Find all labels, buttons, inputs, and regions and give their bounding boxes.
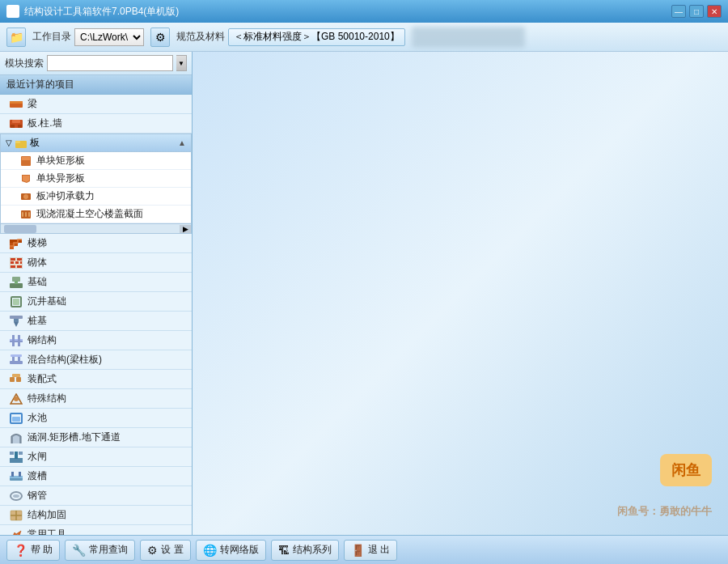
sidebar-item-masonry[interactable]: 砌体 bbox=[0, 253, 192, 273]
svg-rect-45 bbox=[10, 377, 15, 382]
slab-punch-icon bbox=[20, 191, 32, 202]
search-dropdown-arrow[interactable]: ▼ bbox=[176, 55, 187, 71]
common-tools-icon bbox=[10, 529, 23, 536]
svg-rect-15 bbox=[22, 212, 23, 217]
window-controls: — □ ✕ bbox=[671, 5, 722, 18]
svg-rect-28 bbox=[17, 265, 22, 268]
search-label: 模块搜索 bbox=[5, 57, 44, 70]
svg-point-49 bbox=[14, 396, 19, 401]
sidebar-item-pool[interactable]: 水池 bbox=[0, 409, 192, 428]
folder-icon[interactable]: 📁 bbox=[6, 28, 26, 47]
svg-rect-39 bbox=[12, 335, 15, 346]
sidebar-item-common-tools[interactable]: 常用工具 bbox=[0, 525, 192, 535]
watermark-text: 闲鱼号：勇敢的牛牛 bbox=[617, 504, 712, 519]
sidebar-item-composite[interactable]: 混合结构(梁柱板) bbox=[0, 350, 192, 370]
masonry-label: 砌体 bbox=[28, 256, 47, 269]
tree-expand-icon: ▽ bbox=[6, 138, 12, 147]
svg-rect-38 bbox=[10, 339, 23, 341]
tree-hscroll[interactable]: ▶ bbox=[1, 223, 191, 233]
sidebar-item-stair[interactable]: 楼梯 bbox=[0, 234, 192, 253]
svg-rect-22 bbox=[11, 258, 15, 261]
close-button[interactable]: ✕ bbox=[707, 5, 722, 18]
exit-button[interactable]: 🚪 退 出 bbox=[344, 540, 397, 561]
stair-icon bbox=[10, 238, 23, 249]
help-button[interactable]: ❓ 帮 助 bbox=[6, 540, 60, 561]
tree-scroll-right[interactable]: ▶ bbox=[180, 225, 191, 233]
sluice-icon bbox=[10, 452, 23, 463]
help-icon: ❓ bbox=[14, 544, 28, 557]
tree-node-irreg-slab[interactable]: 单块异形板 bbox=[1, 170, 191, 188]
work-dir-item: 工作目录 C:\LzWork\ bbox=[32, 28, 144, 46]
svg-rect-46 bbox=[16, 377, 21, 382]
svg-rect-27 bbox=[11, 265, 15, 268]
slab-icon bbox=[10, 118, 23, 129]
masonry-icon bbox=[10, 257, 23, 269]
svg-rect-58 bbox=[11, 472, 14, 477]
hollow-slab-label: 现浇混凝土空心楼盖截面 bbox=[36, 207, 143, 221]
sidebar-item-flume[interactable]: 渡槽 bbox=[0, 467, 192, 486]
svg-rect-55 bbox=[19, 452, 23, 455]
pile-label: 桩基 bbox=[28, 314, 47, 328]
svg-rect-41 bbox=[10, 361, 23, 364]
tree-node-hollow-slab[interactable]: 现浇混凝土空心楼盖截面 bbox=[1, 206, 191, 223]
recent-label: 最近计算的项目 bbox=[6, 78, 74, 91]
sidebar-item-prefab[interactable]: 装配式 bbox=[0, 370, 192, 389]
svg-marker-36 bbox=[14, 322, 19, 327]
minimize-button[interactable]: — bbox=[671, 5, 686, 18]
slab-col-wall-label: 板.柱.墙 bbox=[28, 117, 62, 130]
settings-icon: ⚙ bbox=[147, 544, 158, 557]
app-icon bbox=[6, 5, 19, 18]
tree-hscroll-thumb[interactable] bbox=[4, 225, 36, 233]
sidebar-item-beam[interactable]: 梁 bbox=[0, 95, 192, 114]
pool-label: 水池 bbox=[28, 411, 47, 425]
slab-punch-label: 板冲切承载力 bbox=[36, 189, 95, 203]
sidebar-item-slab-col-wall[interactable]: 板.柱.墙 bbox=[0, 114, 192, 134]
materials-value-btn[interactable]: ＜标准材料强度＞【GB 50010-2010】 bbox=[228, 28, 405, 46]
blurred-region bbox=[412, 27, 525, 48]
tree-node-rect-slab[interactable]: 单块矩形板 bbox=[1, 152, 191, 170]
structure-icon: 🏗 bbox=[278, 544, 290, 557]
reinforce-label: 结构加固 bbox=[28, 508, 66, 522]
common-tools-label: 常用工具 bbox=[28, 528, 66, 535]
caisson-icon bbox=[10, 296, 23, 307]
titlebar-title: 结构设计工具箱软件7.0PB4(单机版) bbox=[24, 5, 671, 19]
sidebar-recent-header[interactable]: 最近计算的项目 bbox=[0, 75, 192, 95]
sidebar-item-pile[interactable]: 桩基 bbox=[0, 312, 192, 331]
network-icon: 🌐 bbox=[203, 544, 217, 557]
sidebar-item-pipe[interactable]: 钢管 bbox=[0, 486, 192, 506]
maximize-button[interactable]: □ bbox=[689, 5, 704, 18]
irreg-slab-icon bbox=[20, 173, 32, 184]
tree-header-slab[interactable]: ▽ 板 ▲ bbox=[1, 134, 191, 152]
folder-open-icon bbox=[15, 138, 27, 148]
sidebar-item-steel[interactable]: 钢结构 bbox=[0, 331, 192, 350]
settings-button[interactable]: ⚙ 设 置 bbox=[140, 540, 190, 561]
materials-icon[interactable]: ⚙ bbox=[150, 28, 170, 47]
common-query-button[interactable]: 🔧 常用查询 bbox=[65, 540, 135, 561]
hollow-slab-icon bbox=[20, 209, 32, 220]
svg-rect-25 bbox=[15, 261, 19, 264]
tree-scroll-up[interactable]: ▲ bbox=[178, 138, 186, 147]
pipe-label: 钢管 bbox=[28, 489, 47, 503]
sidebar-item-tunnel[interactable]: 涵洞.矩形槽.地下通道 bbox=[0, 428, 192, 447]
search-input[interactable] bbox=[47, 55, 173, 71]
foundation-icon bbox=[10, 277, 23, 288]
network-button[interactable]: 🌐 转网络版 bbox=[196, 540, 266, 561]
tree-node-slab-punch[interactable]: 板冲切承载力 bbox=[1, 188, 191, 206]
sidebar-item-reinforce[interactable]: 结构加固 bbox=[0, 506, 192, 525]
svg-rect-5 bbox=[18, 125, 22, 128]
toolbar: 📁 工作目录 C:\LzWork\ ⚙ 规范及材料 ＜标准材料强度＞【GB 50… bbox=[0, 23, 728, 52]
structure-button[interactable]: 🏗 结构系列 bbox=[271, 540, 339, 561]
svg-rect-4 bbox=[11, 125, 15, 128]
flume-label: 渡槽 bbox=[28, 469, 47, 483]
work-dir-select[interactable]: C:\LzWork\ bbox=[74, 28, 144, 46]
sidebar-item-sluice[interactable]: 水闸 bbox=[0, 447, 192, 467]
stair-label: 楼梯 bbox=[28, 236, 47, 250]
query-icon: 🔧 bbox=[72, 544, 86, 557]
sidebar-item-caisson[interactable]: 沉井基础 bbox=[0, 292, 192, 312]
sidebar-item-special[interactable]: 特殊结构 bbox=[0, 389, 192, 409]
steel-icon bbox=[10, 335, 23, 346]
tree-scroll-area[interactable]: 单块矩形板 单块异形板 板冲切承载力 bbox=[1, 152, 191, 223]
sidebar-item-foundation[interactable]: 基础 bbox=[0, 273, 192, 292]
svg-rect-1 bbox=[10, 101, 23, 104]
settings-label: 设 置 bbox=[161, 543, 183, 557]
